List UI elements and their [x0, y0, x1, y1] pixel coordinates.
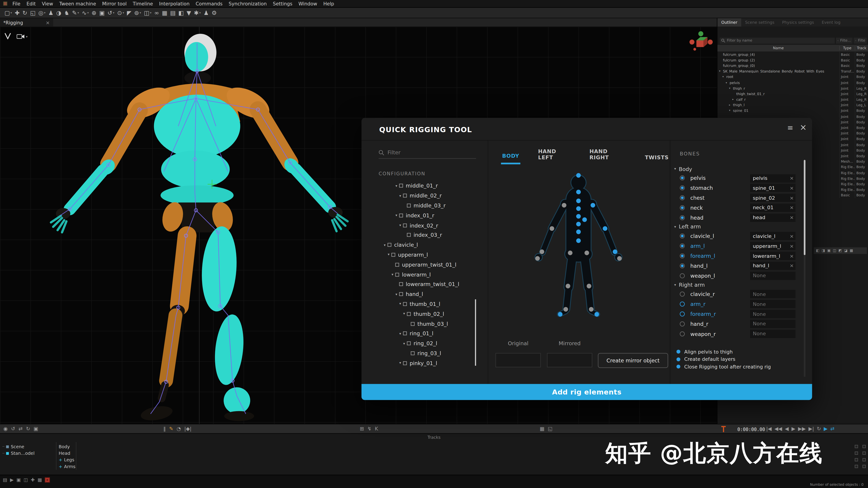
figure-dot[interactable] — [576, 222, 581, 227]
mirror-pose-icon[interactable]: ◑ — [56, 10, 61, 15]
move-tool-icon[interactable]: ✚ — [15, 10, 20, 15]
outliner-track-filter-input[interactable]: Filte — [854, 37, 867, 43]
checkbox-dot-icon[interactable] — [677, 350, 680, 354]
figure-dot[interactable] — [568, 251, 572, 255]
section-left-arm[interactable]: ▾Left arm — [670, 222, 802, 231]
radio-weapon-r[interactable] — [680, 331, 685, 336]
tree-scrollbar[interactable] — [475, 299, 476, 366]
outliner-filter-input[interactable]: Filter by name — [720, 37, 835, 43]
bone-field-forearm-r[interactable]: None — [750, 310, 796, 318]
mini-icon-4[interactable]: ◩ — [838, 249, 842, 252]
column-name[interactable]: Name — [717, 46, 839, 51]
pivot-tool-icon[interactable]: ◎▾ — [38, 10, 46, 15]
play-small-icon[interactable]: ▶ — [10, 478, 13, 482]
tab-event-log[interactable]: Event log — [818, 18, 844, 27]
track-checkbox[interactable] — [855, 458, 858, 462]
loop-icon[interactable]: ↺ — [11, 427, 15, 431]
layers-icon[interactable]: ▣ — [33, 427, 38, 431]
bone-field-hand-l[interactable]: hand_l× — [750, 262, 796, 270]
clear-icon[interactable]: × — [788, 253, 796, 259]
tree-item-thumb-01-l[interactable]: ▾thumb_01_l — [370, 299, 482, 309]
mini-icon-2[interactable]: ▣ — [827, 249, 831, 252]
menu-timeline[interactable]: Timeline — [130, 1, 156, 6]
bone-field-weapon-l[interactable]: None — [750, 271, 796, 280]
axis-gizmo[interactable] — [688, 30, 714, 57]
tree-item-index-03-r[interactable]: index_03_r — [370, 230, 482, 240]
figure-dot[interactable] — [565, 284, 570, 289]
play-button[interactable]: ▶ — [792, 427, 795, 431]
collapse-icon[interactable]: ‒ — [2, 451, 5, 455]
tree-item-lowerarm-twist-01-l[interactable]: lowerarm_twist_01_l — [370, 280, 482, 289]
figure-dot[interactable] — [585, 251, 589, 255]
radio-hand-r[interactable] — [680, 321, 685, 326]
grid-small-icon[interactable]: ▦ — [37, 478, 42, 482]
tree-item-pinky-01-l[interactable]: ▾pinky_01_l — [370, 358, 482, 368]
bone-field-forearm-l[interactable]: lowerarm_l× — [750, 252, 796, 260]
figure-dot[interactable] — [589, 307, 594, 312]
clear-icon[interactable]: × — [788, 263, 796, 268]
pose-tool-icon[interactable]: ♞ — [64, 10, 69, 15]
track-group-scene[interactable]: ‒Scene — [2, 443, 35, 450]
duo-character-icon[interactable]: ♟ — [204, 10, 209, 15]
prev-keyframe-button[interactable]: ◀◀ — [774, 427, 782, 431]
key-icon[interactable]: K — [375, 427, 378, 431]
menu-interpolation[interactable]: Interpolation — [156, 1, 193, 6]
loop-tool-icon[interactable]: ↺▾ — [107, 10, 114, 15]
tree-item-index-02-r[interactable]: ▾index_02_r — [370, 220, 482, 230]
mini-icon-6[interactable]: ▦ — [850, 249, 853, 252]
record-icon[interactable] — [45, 477, 50, 482]
table-row[interactable]: fulcrum_group_(0)BasicBody — [717, 63, 868, 68]
section-body[interactable]: ▾Body — [670, 164, 802, 173]
clear-icon[interactable]: × — [788, 205, 796, 210]
track-checkbox[interactable] — [863, 465, 866, 468]
body-figure[interactable] — [518, 171, 640, 323]
tab-physics-settings[interactable]: Physics settings — [778, 18, 818, 27]
character-icon[interactable]: ♟ — [48, 10, 53, 15]
tree-item-ring-01-l[interactable]: ▾ring_01_l — [370, 329, 482, 339]
loop-playback-button[interactable]: ↻ — [817, 427, 821, 431]
table-row[interactable]: ▾SK_Male_Mannequin_Standalone_Bendy_Robo… — [717, 68, 868, 74]
box-icon[interactable]: ▣ — [16, 478, 21, 482]
refresh-icon[interactable]: ↻ — [26, 427, 30, 431]
tree-item-upperarm-l[interactable]: ▾upperarm_l — [370, 250, 482, 260]
pin-tool-icon[interactable]: ⊙▾ — [117, 10, 124, 15]
cursor-tool-icon[interactable]: ◤ — [127, 10, 131, 15]
track-checkbox[interactable] — [855, 465, 858, 468]
pause-icon[interactable]: ‖ — [163, 427, 166, 431]
expand-icon[interactable]: ◱ — [548, 427, 553, 431]
figure-dot[interactable] — [558, 312, 563, 317]
tree-item-lowerarm-l[interactable]: ▾lowerarm_l — [370, 269, 482, 280]
radio-arm-l[interactable] — [680, 243, 685, 249]
original-input[interactable] — [495, 353, 541, 367]
keyframe-icon[interactable]: |◆| — [184, 427, 191, 431]
section-right-arm[interactable]: ▾Right arm — [670, 281, 802, 289]
bone-field-chest[interactable]: spine_02× — [750, 194, 796, 202]
spray-tool-icon[interactable]: ✱▾ — [194, 10, 201, 15]
track-checkbox[interactable] — [863, 451, 866, 455]
mini-icon-0[interactable]: ◧ — [816, 249, 819, 252]
radio-head[interactable] — [680, 215, 685, 220]
track-checkbox[interactable] — [863, 445, 866, 448]
settings-tool-icon[interactable]: ⚙ — [212, 10, 217, 15]
go-to-start-button[interactable]: |◀ — [766, 427, 772, 431]
plus-icon[interactable]: + — [59, 457, 62, 462]
radio-clavicle-l[interactable] — [680, 234, 685, 238]
dialog-filter-input[interactable]: Filter — [379, 147, 476, 159]
figure-dot[interactable] — [576, 230, 581, 234]
split-view-icon[interactable]: ◧ — [178, 10, 184, 15]
track-checkbox[interactable] — [863, 458, 866, 462]
tab-hand-right[interactable]: HAND RIGHT — [588, 148, 627, 164]
tree-item-thumb-03-l[interactable]: thumb_03_l — [370, 319, 482, 329]
bone-field-stomach[interactable]: spine_01× — [750, 184, 796, 192]
create-mirror-object-button[interactable]: Create mirror object — [598, 353, 668, 368]
clear-icon[interactable]: × — [788, 233, 796, 239]
track-checkbox[interactable] — [855, 445, 858, 448]
bone-field-arm-l[interactable]: upperarm_l× — [750, 242, 796, 250]
menu-help[interactable]: Help — [320, 1, 337, 6]
table-row[interactable]: ▸calf_rJointLeg_R — [717, 96, 868, 102]
radio-clavicle-r[interactable] — [680, 292, 685, 297]
figure-dot[interactable] — [591, 203, 595, 207]
menu-view[interactable]: View — [39, 1, 56, 6]
option-close-rigging-tool-after-creating-rig[interactable]: Close Rigging tool after creating rig — [673, 363, 771, 370]
figure-dot[interactable] — [535, 256, 540, 261]
